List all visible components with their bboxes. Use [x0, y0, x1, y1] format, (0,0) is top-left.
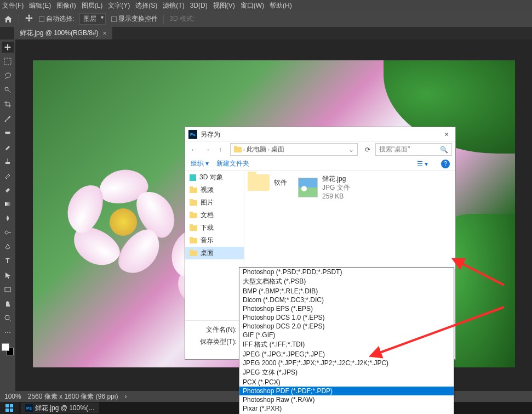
gradient-tool[interactable]: [2, 199, 14, 209]
file-name: 软件: [274, 178, 287, 187]
status-chevron-icon[interactable]: ›: [124, 393, 127, 400]
search-icon: 🔍: [440, 146, 448, 154]
start-button[interactable]: [0, 402, 19, 414]
menu-filter[interactable]: 滤镜(T): [163, 1, 184, 10]
filetype-option[interactable]: Photoshop Raw (*.RAW): [239, 395, 454, 404]
filetype-option[interactable]: IFF 格式 (*.IFF;*.TDI): [239, 339, 454, 350]
sidebar-item-pictures[interactable]: 图片: [185, 196, 244, 209]
breadcrumb-item[interactable]: 此电脑: [247, 145, 266, 154]
filetype-option[interactable]: 大型文档格式 (*.PSB): [239, 276, 454, 287]
menu-file[interactable]: 文件(F): [2, 1, 24, 10]
filetype-option[interactable]: JPEG 2000 (*.JPF;*.JPX;*.JP2;*.J2C;*.J2K…: [239, 359, 454, 367]
hand-tool[interactable]: [2, 298, 14, 309]
view-options-button[interactable]: ☰ ▾: [417, 160, 428, 168]
blur-tool[interactable]: [2, 213, 14, 224]
auto-select-checkbox[interactable]: 自动选择:: [39, 14, 74, 24]
dodge-tool[interactable]: [2, 227, 14, 238]
menu-view[interactable]: 视图(V): [213, 1, 235, 10]
file-type: JPG 文件: [322, 183, 350, 192]
filetype-dropdown-list: Photoshop (*.PSD;*.PDD;*.PSDT)大型文档格式 (*.…: [239, 267, 454, 414]
zoom-level[interactable]: 100%: [4, 393, 21, 400]
svg-rect-11: [10, 409, 13, 412]
show-transform-checkbox[interactable]: 显示变换控件: [111, 14, 158, 24]
home-icon[interactable]: [3, 14, 13, 24]
sidebar-item-desktop[interactable]: 桌面: [185, 247, 244, 259]
menu-3d[interactable]: 3D(D): [190, 2, 208, 9]
chevron-down-icon[interactable]: ⌄: [348, 146, 354, 154]
marquee-tool[interactable]: [2, 56, 14, 67]
separator: [19, 14, 19, 24]
rectangle-tool[interactable]: [2, 284, 14, 295]
edit-toolbar-icon[interactable]: ⋯: [2, 327, 14, 338]
sidebar-item-music[interactable]: 音乐: [185, 234, 244, 247]
filetype-option[interactable]: GIF (*.GIF): [239, 331, 454, 339]
filetype-option[interactable]: Photoshop (*.PSD;*.PDD;*.PSDT): [239, 268, 454, 276]
svg-rect-4: [5, 202, 10, 206]
auto-select-dropdown[interactable]: 图层: [79, 13, 106, 25]
separator: [163, 14, 164, 24]
color-swatches[interactable]: [2, 343, 14, 355]
cube-icon: [190, 174, 196, 181]
filetype-option[interactable]: BMP (*.BMP;*.RLE;*.DIB): [239, 287, 454, 296]
clone-stamp-tool[interactable]: [2, 156, 14, 167]
breadcrumb-item[interactable]: 桌面: [271, 145, 284, 154]
crop-tool[interactable]: [2, 99, 14, 110]
move-tool-icon[interactable]: [25, 14, 33, 24]
ps-logo-icon: Ps: [188, 130, 197, 139]
nav-back-icon[interactable]: ←: [188, 146, 199, 154]
eyedropper-tool[interactable]: [2, 113, 14, 124]
nav-up-icon[interactable]: ↑: [215, 146, 226, 154]
folder-icon: [190, 200, 197, 206]
history-brush-tool[interactable]: [2, 170, 14, 181]
filetype-option[interactable]: Photoshop PDF (*.PDF;*.PDP): [239, 387, 454, 395]
refresh-icon[interactable]: ⟳: [362, 146, 373, 154]
search-placeholder: 搜索"桌面": [379, 145, 410, 154]
menu-image[interactable]: 图像(I): [56, 1, 76, 10]
close-dialog-button[interactable]: ×: [441, 130, 452, 139]
filetype-option[interactable]: Pixar (*.PXR): [239, 404, 454, 413]
zoom-tool[interactable]: [2, 313, 14, 324]
filetype-option[interactable]: PCX (*.PCX): [239, 378, 454, 387]
sidebar-item-3d[interactable]: 3D 对象: [185, 171, 244, 184]
mode-3d-label: 3D 模式:: [169, 14, 195, 24]
filetype-option[interactable]: Photoshop DCS 1.0 (*.EPS): [239, 313, 454, 322]
filetype-option[interactable]: JPEG (*.JPG;*.JPEG;*.JPE): [239, 350, 454, 359]
dialog-sidebar: 3D 对象 视频 图片 文档 下载 音乐 桌面: [185, 171, 244, 320]
breadcrumb[interactable]: › 此电脑 › 桌面 ⌄: [230, 143, 358, 156]
lasso-tool[interactable]: [2, 70, 14, 81]
brush-tool[interactable]: [2, 141, 14, 152]
file-item-folder[interactable]: 软件: [248, 174, 287, 191]
organize-button[interactable]: 组织 ▾: [191, 159, 209, 168]
menu-layer[interactable]: 图层(L): [82, 1, 103, 10]
close-tab-icon[interactable]: ×: [103, 30, 107, 37]
spot-heal-tool[interactable]: [2, 127, 14, 138]
nav-forward-icon[interactable]: →: [202, 146, 213, 154]
taskbar-app-photoshop[interactable]: Ps鲜花.jpg @ 100%(…: [21, 402, 99, 413]
sidebar-item-downloads[interactable]: 下载: [185, 222, 244, 234]
document-tab-bar: 鲜花.jpg @ 100%(RGB/8#) ×: [0, 27, 532, 39]
filetype-option[interactable]: JPEG 立体 (*.JPS): [239, 367, 454, 378]
new-folder-button[interactable]: 新建文件夹: [216, 159, 249, 168]
file-item-image[interactable]: 鲜花.jpg JPG 文件 259 KB: [298, 174, 350, 201]
menu-help[interactable]: 帮助(H): [270, 1, 292, 10]
document-tab[interactable]: 鲜花.jpg @ 100%(RGB/8#) ×: [14, 27, 112, 39]
help-icon[interactable]: ?: [441, 160, 450, 168]
filename-label: 文件名(N):: [185, 325, 240, 334]
filetype-option[interactable]: Photoshop EPS (*.EPS): [239, 304, 454, 313]
path-select-tool[interactable]: [2, 270, 14, 281]
type-tool[interactable]: T: [2, 256, 14, 266]
move-tool[interactable]: [2, 42, 14, 53]
menu-select[interactable]: 选择(S): [135, 1, 157, 10]
search-input[interactable]: 搜索"桌面" 🔍: [375, 143, 452, 156]
svg-rect-10: [5, 409, 9, 412]
eraser-tool[interactable]: [2, 184, 14, 195]
pen-tool[interactable]: [2, 241, 14, 252]
menu-edit[interactable]: 编辑(E): [29, 1, 51, 10]
sidebar-item-videos[interactable]: 视频: [185, 184, 244, 196]
filetype-option[interactable]: Photoshop DCS 2.0 (*.EPS): [239, 322, 454, 331]
menu-window[interactable]: 窗口(W): [241, 1, 264, 10]
sidebar-item-documents[interactable]: 文档: [185, 209, 244, 222]
filetype-option[interactable]: Dicom (*.DCM;*.DC3;*.DIC): [239, 296, 454, 304]
menu-type[interactable]: 文字(Y): [108, 1, 130, 10]
quick-select-tool[interactable]: [2, 84, 14, 95]
